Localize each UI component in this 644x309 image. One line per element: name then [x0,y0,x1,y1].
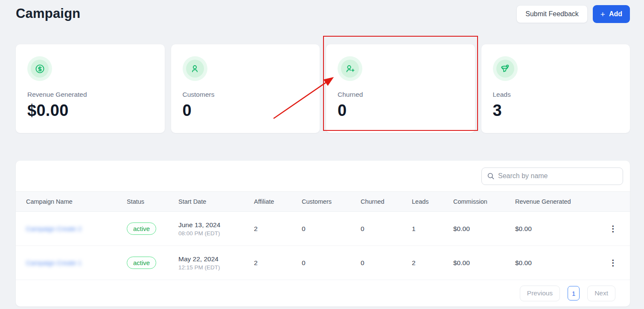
table-row: Campaign Create 2 active June 13, 2024 0… [16,212,630,246]
search-box[interactable] [481,167,623,185]
revenue-generated-value: $0.00 [515,259,606,267]
funnel-icon [496,60,514,78]
stat-icon-ring [27,56,52,81]
revenue-generated-value: $0.00 [515,225,606,233]
table-header-row: Campaign Name Status Start Date Affiliat… [16,191,630,212]
plus-icon: + [600,10,605,18]
stat-label: Churned [338,91,463,98]
column-header-customers: Customers [302,198,361,205]
stat-label: Revenue Generated [27,91,153,98]
next-page-button[interactable]: Next [587,286,615,301]
search-input[interactable] [498,172,618,180]
stat-value: $0.00 [27,101,153,120]
commission-value: $0.00 [453,259,515,267]
add-button-label: Add [609,10,622,18]
table-toolbar [16,161,630,191]
user-icon [186,60,204,78]
column-header-leads: Leads [412,198,453,205]
affiliate-count: 2 [254,225,302,233]
stat-value: 0 [183,101,309,120]
stat-label: Customers [183,91,309,98]
status-badge: active [127,257,156,269]
add-button[interactable]: + Add [593,5,630,23]
search-icon [487,172,495,180]
table-row: Campaign Create 1 active May 22, 2024 12… [16,246,630,280]
commission-value: $0.00 [453,225,515,233]
customers-count: 0 [302,225,361,233]
affiliate-count: 2 [254,259,302,267]
page-header: Campaign Submit Feedback + Add [16,5,630,28]
stat-card-customers: Customers 0 [171,44,320,133]
stat-card-leads: Leads 3 [481,44,630,133]
circle-dollar-sign-icon [31,60,49,78]
stat-icon-ring [183,56,207,81]
stat-card-revenue: Revenue Generated $0.00 [16,44,165,133]
column-header-start-date: Start Date [178,198,254,205]
header-actions: Submit Feedback + Add [516,5,630,23]
campaigns-table-card: Campaign Name Status Start Date Affiliat… [16,161,630,306]
column-header-revenue-generated: Revenue Generated [515,198,606,205]
current-page-button[interactable]: 1 [568,286,580,300]
column-header-commission: Commission [453,198,515,205]
column-header-status: Status [127,198,178,205]
start-date: June 13, 2024 [178,221,254,229]
campaign-name-link-redacted[interactable]: Campaign Create 2 [26,225,82,232]
stat-icon-ring [338,56,362,81]
start-date: May 22, 2024 [178,255,254,263]
stat-value: 0 [338,101,463,120]
page-title: Campaign [16,5,80,21]
stat-label: Leads [493,91,619,98]
column-header-churned: Churned [361,198,412,205]
stat-value: 3 [493,101,619,120]
customers-count: 0 [302,259,361,267]
leads-count: 1 [412,225,453,233]
campaign-page: Campaign Submit Feedback + Add Revenue G… [0,0,644,309]
column-header-campaign-name: Campaign Name [26,198,127,205]
start-time: 08:00 PM (EDT) [178,230,254,237]
churned-count: 0 [361,259,412,267]
start-time: 12:15 PM (EDT) [178,264,254,271]
previous-page-button[interactable]: Previous [520,286,560,301]
pagination: Previous 1 Next [16,280,630,306]
stat-icon-ring [493,56,518,81]
status-badge: active [127,222,156,235]
submit-feedback-button[interactable]: Submit Feedback [516,5,588,23]
row-menu-kebab-icon[interactable]: ⋮ [606,257,620,269]
row-menu-kebab-icon[interactable]: ⋮ [606,223,620,234]
campaign-name-link-redacted[interactable]: Campaign Create 1 [26,259,82,266]
churned-count: 0 [361,225,412,233]
user-plus-icon [341,60,359,78]
stats-row: Revenue Generated $0.00 Customers 0 Chur… [16,44,630,133]
stat-card-churned: Churned 0 [326,44,475,133]
column-header-affiliate: Affiliate [254,198,302,205]
leads-count: 2 [412,259,453,267]
